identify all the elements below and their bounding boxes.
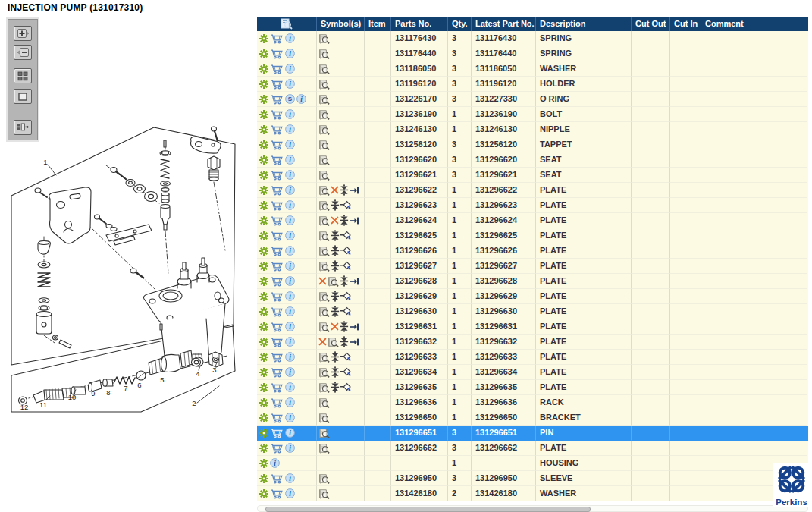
info-icon[interactable]: i [285,49,295,58]
info-icon[interactable]: i [285,246,295,256]
callout-6[interactable]: 6 [137,381,141,389]
book-magnifier-icon[interactable] [318,443,330,454]
cart-icon[interactable] [270,352,284,363]
arrow-diamond-icon[interactable] [340,306,352,317]
cart-icon[interactable] [270,337,284,347]
valve-icon[interactable] [331,351,340,363]
callout-2[interactable]: 2 [192,399,196,407]
book-magnifier-icon[interactable] [318,428,330,438]
gear-icon[interactable] [259,155,268,165]
table-row[interactable]: i1312966623131296662PLATE [257,441,808,456]
book-magnifier-icon[interactable] [318,215,330,226]
arrow-diamond-icon[interactable] [340,291,352,302]
cart-icon[interactable] [270,200,284,211]
info-icon[interactable]: i [285,488,295,498]
book-magnifier-icon[interactable] [318,413,330,423]
valve-icon[interactable] [331,306,340,317]
column-header-select[interactable] [257,17,317,31]
table-row[interactable]: i1312966501131296650BRACKET [257,410,808,426]
table-row[interactable]: i1312966271131296627PLATE [257,259,808,274]
gear-icon[interactable] [259,459,268,468]
gear-icon[interactable] [259,353,268,362]
book-magnifier-icon[interactable] [318,170,330,181]
column-header-cut_out[interactable]: Cut Out [632,17,670,31]
gear-icon[interactable] [259,186,268,195]
valve-icon[interactable] [340,275,349,287]
book-magnifier-icon[interactable] [318,367,330,378]
gear-icon[interactable] [259,383,268,392]
s-badge-icon[interactable]: S [285,94,295,104]
callout-4[interactable]: 4 [196,369,199,378]
book-magnifier-icon[interactable] [318,200,330,211]
gear-icon[interactable] [259,64,268,74]
valve-icon[interactable] [340,184,349,196]
cart-icon[interactable] [270,231,284,241]
table-row[interactable]: i1311764303131176430SPRING [257,31,808,46]
column-header-description[interactable]: Description [536,17,632,31]
callout-5[interactable]: 5 [160,375,164,384]
book-magnifier-icon[interactable] [318,352,330,363]
info-icon[interactable]: i [285,413,295,422]
book-magnifier-icon[interactable] [318,49,330,59]
column-header-qty[interactable]: Qty. [448,17,472,31]
cart-icon[interactable] [270,170,284,181]
info-icon[interactable]: i [285,276,295,286]
gear-icon[interactable] [259,262,268,271]
table-row[interactable]: i1311961203131196120HOLDER [257,77,808,92]
gear-icon[interactable] [259,247,268,256]
table-row[interactable]: i1312966351131296635PLATE [257,380,808,395]
table-row[interactable]: i1312966291131296629PLATE [257,289,808,304]
gear-icon[interactable] [259,34,268,43]
cart-icon[interactable] [270,33,284,44]
book-magnifier-icon[interactable] [318,140,330,150]
cart-icon[interactable] [270,397,284,408]
arrow-bar-icon[interactable] [350,186,359,195]
cart-icon[interactable] [270,276,284,287]
cart-icon[interactable] [270,185,284,196]
callout-11[interactable]: 11 [39,400,47,409]
column-header-item[interactable]: Item [365,17,391,31]
callout-12[interactable]: 12 [20,403,29,411]
cart-icon[interactable] [270,306,284,317]
x-mark-icon[interactable] [331,322,339,331]
table-row[interactable]: i1312461301131246130NIPPLE [257,122,808,137]
column-header-comment[interactable]: Comment [701,17,807,31]
cart-icon[interactable] [270,49,284,59]
gear-icon[interactable] [259,216,268,225]
info-icon[interactable]: i [285,322,295,331]
book-magnifier-icon[interactable] [328,337,339,347]
info-icon[interactable]: i [285,109,295,119]
table-row[interactable]: i1312966231131296623PLATE [257,198,808,213]
info-icon[interactable]: i [285,140,295,149]
info-icon[interactable]: i [285,79,295,89]
valve-icon[interactable] [331,382,340,393]
horizontal-scrollbar-thumb[interactable] [265,507,591,512]
book-magnifier-icon[interactable] [318,382,330,393]
info-icon[interactable]: i [285,306,295,316]
book-magnifier-icon[interactable] [318,306,330,317]
callout-3[interactable]: 3 [212,366,216,374]
info-icon[interactable]: i [285,352,295,362]
book-magnifier-icon[interactable] [318,185,330,196]
arrow-bar-icon[interactable] [350,322,359,331]
table-row[interactable]: i1312966213131296621SEAT [257,168,808,183]
table-row[interactable]: i1312966241131296624PLATE [257,213,808,228]
table-row[interactable]: i1312966301131296630PLATE [257,304,808,319]
cart-icon[interactable] [270,443,284,454]
info-icon[interactable]: i [285,231,295,240]
book-magnifier-icon[interactable] [318,64,330,74]
callout-7[interactable]: 7 [124,384,127,392]
cart-icon[interactable] [270,79,284,90]
zoom-in-button[interactable] [14,26,32,41]
info-icon[interactable]: i [270,458,280,468]
valve-icon[interactable] [331,230,340,241]
info-icon[interactable]: i [285,185,295,195]
arrow-diamond-icon[interactable] [340,352,352,363]
arrow-bar-icon[interactable] [350,277,359,286]
info-icon[interactable]: i [285,382,295,392]
x-mark-icon[interactable] [318,277,327,285]
cart-icon[interactable] [270,488,284,499]
table-row[interactable]: i1314261802131426180WASHER [257,486,808,501]
book-magnifier-icon[interactable] [318,231,330,241]
cart-icon[interactable] [270,261,284,272]
